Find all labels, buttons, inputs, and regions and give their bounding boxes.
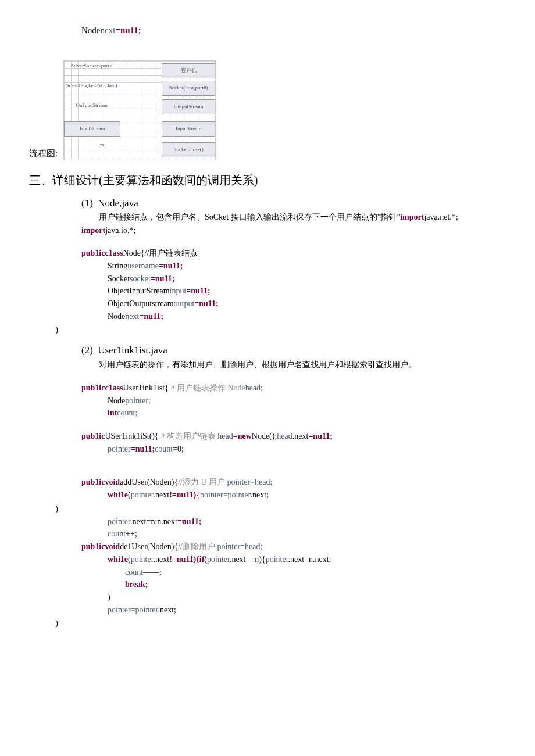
field: head [277, 432, 292, 440]
sec1-close: ) [55, 323, 506, 336]
field: pointer [200, 490, 223, 499]
comment: //添力 U 用户 [178, 478, 227, 486]
diagram-outputstream-right: OutputStream [162, 99, 215, 114]
field: pointer [108, 445, 131, 453]
field: pointer [217, 542, 240, 551]
comment: 〃用户链表操作 Node [169, 384, 245, 392]
val: !=nu11) [169, 490, 196, 499]
txt: .next; [158, 605, 176, 614]
field: count [108, 529, 126, 538]
val: =nu11; [131, 445, 155, 453]
txt: =n;n.next [147, 517, 177, 526]
field: pointer [131, 490, 154, 499]
txt: ——; [143, 568, 162, 576]
txt: ObjectOutputstream [108, 299, 174, 308]
field: next [125, 312, 139, 321]
val: =nu11; [177, 517, 201, 526]
txt: de1User(Noden){ [120, 542, 178, 551]
txt: =0; [173, 445, 184, 453]
txt: Node(); [252, 432, 277, 440]
field: =pointer [131, 605, 158, 614]
diagram-socket-accept: Sc%<fSoçkei>SOCkeu) [64, 83, 119, 89]
val: =nu11; [308, 432, 332, 440]
kw: pub1icvoid [81, 542, 120, 551]
kw: pub1icc1ass [81, 249, 123, 257]
field: =pointer [223, 490, 251, 499]
sec1-title: Node,java [98, 198, 138, 209]
txt: { [196, 490, 200, 499]
txt: addUser(Noden){ [120, 478, 178, 486]
txt: ==n){ [246, 555, 266, 564]
field: count [125, 568, 143, 576]
field: socket [130, 274, 151, 283]
field: head; [245, 384, 263, 392]
comment: //删除用户 [178, 542, 217, 551]
sec2-code: pub1icc1assUser1ink1ist{〃用户链表操作 Nodehead… [81, 382, 506, 501]
kw: pub1icvoid [81, 478, 120, 486]
field: pointer [131, 555, 154, 564]
field: count [155, 445, 173, 453]
txt: .next [154, 490, 170, 499]
txt: .next [288, 555, 305, 564]
diagram-rs: rs [96, 142, 108, 148]
close: ) [81, 591, 506, 604]
section-2-heading: (2) User1ink1ist.java [81, 342, 506, 358]
txt: .next [293, 432, 309, 440]
field: input [170, 286, 187, 295]
txt: =n.next; [304, 555, 331, 564]
txt: ObjectInputStream [108, 286, 170, 295]
kw: pub1icc1ass [81, 384, 123, 392]
flowchart-label: 流程图: [29, 146, 58, 160]
field: =head; [250, 478, 272, 486]
txt: ++; [126, 529, 137, 538]
comment: 〃构造用户链表 [159, 432, 218, 440]
sec1-num: (1) [81, 198, 93, 209]
kw-import: import [400, 213, 424, 221]
val: =nu11; [159, 261, 183, 270]
txt: Node [108, 396, 125, 405]
field: pointer; [125, 396, 151, 405]
field: head [217, 432, 233, 440]
kw: import [81, 226, 105, 235]
kw: pub1ic [81, 432, 105, 440]
close-paren: ) [55, 501, 506, 515]
field: pointer [227, 478, 251, 486]
sec1-paragraph: 用户链接结点，包含用户名、SoCket 接口输入输出流和保存下一个用户结点的"指… [99, 211, 506, 224]
field: output [174, 299, 195, 308]
val: =new [233, 432, 252, 440]
val: =nu11; [194, 299, 218, 308]
txt: Socket [108, 274, 130, 283]
flowchart-row: 流程图: StfverSocket<port> Sc%<fSoçkei>SOCk… [29, 60, 506, 160]
code-text: Nodenext=nu11; [81, 26, 141, 35]
top-code-line: Nodenext=nu11; [81, 23, 506, 37]
sec2-title: User1ink1ist.java [98, 345, 167, 356]
txt: .next [230, 555, 246, 564]
field: pointer [266, 555, 288, 564]
val: =nu11; [139, 312, 163, 321]
sec2-num: (2) [81, 345, 93, 356]
txt: .next; [250, 490, 269, 499]
kw: whi1e [108, 490, 128, 499]
kw: int [108, 409, 117, 417]
txt: java.io.*; [105, 226, 135, 235]
diagram-inputstream-right: InputStream [162, 121, 215, 137]
import-pkg: java.net.*; [424, 213, 458, 221]
diagram-serversocket: StfverSocket<port> [64, 63, 119, 69]
main-heading: 三、详细设计(主要算法和函数间的调用关系) [29, 171, 506, 189]
field: pointer [108, 605, 131, 614]
field: pointer [207, 555, 230, 564]
sec1-text: 用户链接结点，包含用户名、SoCket 接口输入输出流和保存下一个用户结点的"指… [99, 213, 400, 221]
diagram-client: 客户机 [162, 63, 215, 78]
flowchart-diagram: StfverSocket<port> Sc%<fSoçkei>SOCkeu) O… [63, 60, 216, 160]
diagram-socket-host: Socket(host,port#) [162, 81, 215, 96]
sec1-code: importjava.io.*; pub1icc1assNode{//用户链表结… [81, 224, 506, 323]
diagram-inputstream-left: IsoutStream [64, 121, 120, 137]
final-close: ) [55, 616, 506, 630]
diagram-socket-close: Socket.close() [162, 142, 215, 157]
txt: .next [130, 517, 147, 526]
kw: break; [125, 580, 148, 589]
txt: String [108, 261, 127, 270]
txt: Node{//用户链表结点 [123, 249, 198, 257]
field: pointer [108, 517, 130, 526]
val: !=nu11){if [169, 555, 204, 564]
